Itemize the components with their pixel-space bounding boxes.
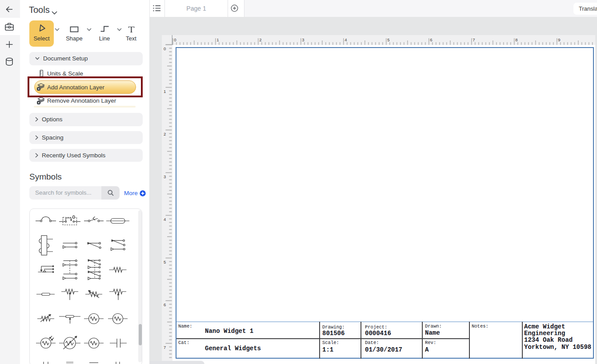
svg-text:0: 0 <box>164 46 166 51</box>
svg-text:1: 1 <box>164 89 166 94</box>
svg-text:4: 4 <box>164 217 166 222</box>
svg-text:5: 5 <box>164 260 166 264</box>
svg-text:3: 3 <box>164 174 166 179</box>
svg-text:8: 8 <box>515 37 517 42</box>
svg-text:7: 7 <box>164 345 166 350</box>
svg-text:9: 9 <box>558 37 560 42</box>
svg-text:4: 4 <box>345 37 347 42</box>
svg-text:2: 2 <box>164 132 166 136</box>
svg-text:2: 2 <box>259 37 261 42</box>
svg-text:1: 1 <box>216 37 219 42</box>
svg-text:5: 5 <box>387 37 389 42</box>
svg-text:6: 6 <box>164 302 166 307</box>
svg-text:6: 6 <box>430 37 432 42</box>
svg-text:7: 7 <box>473 37 475 42</box>
svg-text:0: 0 <box>174 37 176 42</box>
svg-text:3: 3 <box>302 37 304 42</box>
